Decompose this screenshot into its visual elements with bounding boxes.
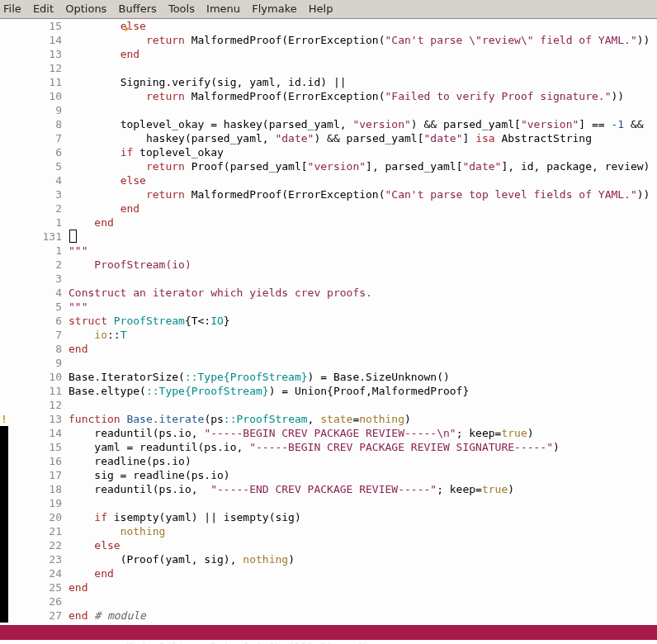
code-line[interactable]: 14 return MalformedProof(ErrorException(…	[0, 33, 657, 47]
code-content[interactable]: if isempty(yaml) || isempty(sig)	[69, 510, 657, 524]
code-line[interactable]: 15 else	[0, 19, 657, 33]
code-line[interactable]: 26	[0, 594, 657, 608]
code-content[interactable]: end	[69, 215, 657, 230]
code-line[interactable]: 27end # module	[0, 608, 657, 623]
code-content[interactable]: io::T	[69, 328, 657, 342]
code-line[interactable]: 11Base.eltype(::Type{ProofStream}) = Uni…	[0, 384, 657, 398]
code-content[interactable]: end	[69, 201, 657, 215]
code-line[interactable]: 19	[0, 496, 657, 510]
code-line[interactable]: 4Construct an iterator which yields crev…	[0, 286, 657, 300]
menu-edit[interactable]: Edit	[33, 2, 54, 15]
code-line[interactable]: 5 return Proof(parsed_yaml["version"], p…	[0, 159, 657, 173]
code-line[interactable]: 3	[0, 272, 657, 286]
code-content[interactable]	[69, 496, 657, 510]
code-content[interactable]: else	[69, 538, 657, 552]
code-content[interactable]	[69, 61, 657, 75]
code-content[interactable]: else	[69, 173, 657, 187]
menu-file[interactable]: File	[3, 2, 21, 15]
code-line[interactable]: 1"""	[0, 244, 657, 258]
code-line[interactable]: 7 io::T	[0, 328, 657, 342]
code-line[interactable]: 8end	[0, 342, 657, 356]
line-number: 19	[8, 496, 69, 510]
code-content[interactable]: """	[69, 300, 657, 314]
code-content[interactable]: end # module	[69, 608, 657, 623]
code-content[interactable]	[69, 594, 657, 608]
code-content[interactable]: yaml = readuntil(ps.io, "-----BEGIN CREV…	[69, 440, 657, 454]
code-content[interactable]: return MalformedProof(ErrorException("Ca…	[69, 33, 657, 47]
code-content[interactable]	[69, 230, 657, 244]
menu-bar[interactable]: File Edit Options Buffers Tools Imenu Fl…	[0, 0, 657, 19]
code-content[interactable]: return MalformedProof(ErrorException("Fa…	[69, 89, 657, 103]
code-content[interactable]: function Base.iterate(ps::ProofStream, s…	[69, 412, 657, 426]
code-content[interactable]: else	[69, 19, 657, 33]
menu-imenu[interactable]: Imenu	[206, 2, 240, 15]
code-content[interactable]: Base.eltype(::Type{ProofStream}) = Union…	[69, 384, 657, 398]
code-content[interactable]	[69, 103, 657, 117]
code-content[interactable]: readuntil(ps.io, "-----END CREV PACKAGE …	[69, 482, 657, 496]
code-line[interactable]: 24 end	[0, 566, 657, 580]
code-line[interactable]: 1 end	[0, 215, 657, 230]
code-content[interactable]: end	[69, 566, 657, 580]
code-content[interactable]: Base.IteratorSize(::Type{ProofStream}) =…	[69, 370, 657, 384]
code-line[interactable]: 11 Signing.verify(sig, yaml, id.id) ||	[0, 75, 657, 89]
code-content[interactable]: end	[69, 580, 657, 594]
code-line[interactable]: 6struct ProofStream{T<:IO}	[0, 314, 657, 328]
code-line[interactable]: 2 end	[0, 201, 657, 215]
code-line[interactable]: 5"""	[0, 300, 657, 314]
line-number: 12	[8, 398, 69, 412]
code-content[interactable]: if toplevel_okay	[69, 145, 657, 159]
menu-tools[interactable]: Tools	[168, 2, 195, 15]
code-content[interactable]: return MalformedProof(ErrorException("Ca…	[69, 187, 657, 201]
code-line[interactable]: 25end	[0, 580, 657, 594]
code-content[interactable]: sig = readline(ps.io)	[69, 468, 657, 482]
menu-buffers[interactable]: Buffers	[119, 2, 157, 15]
mode-line[interactable]: --- Crev.jl Mode:Julia Bot of 4.6k (131,…	[0, 625, 657, 640]
code-line[interactable]: 16 readline(ps.io)	[0, 454, 657, 468]
code-content[interactable]: haskey(parsed_yaml, "date") && parsed_ya…	[69, 131, 657, 145]
code-content[interactable]: readline(ps.io)	[69, 454, 657, 468]
code-line[interactable]: 10Base.IteratorSize(::Type{ProofStream})…	[0, 370, 657, 384]
code-line[interactable]: 6 if toplevel_okay	[0, 145, 657, 159]
code-content[interactable]: Signing.verify(sig, yaml, id.id) ||	[69, 75, 657, 89]
code-line[interactable]: 9	[0, 103, 657, 117]
code-line[interactable]: 17 sig = readline(ps.io)	[0, 468, 657, 482]
code-line[interactable]: 21 nothing	[0, 524, 657, 538]
code-line[interactable]: !13function Base.iterate(ps::ProofStream…	[0, 412, 657, 426]
code-line[interactable]: 3 return MalformedProof(ErrorException("…	[0, 187, 657, 201]
code-line[interactable]: 13 end	[0, 47, 657, 61]
code-line[interactable]: 12	[0, 61, 657, 75]
code-content[interactable]	[69, 272, 657, 286]
code-line[interactable]: 2 ProofStream(io)	[0, 258, 657, 272]
editor-area[interactable]: ➤ 15 else14 return MalformedProof(ErrorE…	[0, 19, 657, 625]
code-content[interactable]: """	[69, 244, 657, 258]
code-content[interactable]: Construct an iterator which yields crev …	[69, 286, 657, 300]
code-content[interactable]	[69, 398, 657, 412]
code-line[interactable]: 4 else	[0, 173, 657, 187]
menu-options[interactable]: Options	[65, 2, 106, 15]
code-line[interactable]: 23 (Proof(yaml, sig), nothing)	[0, 552, 657, 566]
code-line[interactable]: 22 else	[0, 538, 657, 552]
menu-flymake[interactable]: Flymake	[252, 2, 296, 15]
code-content[interactable]: end	[69, 47, 657, 61]
code-content[interactable]: nothing	[69, 524, 657, 538]
code-line[interactable]: 14 readuntil(ps.io, "-----BEGIN CREV PAC…	[0, 426, 657, 440]
line-number: 22	[8, 538, 69, 552]
code-content[interactable]: readuntil(ps.io, "-----BEGIN CREV PACKAG…	[69, 426, 657, 440]
code-line[interactable]: 18 readuntil(ps.io, "-----END CREV PACKA…	[0, 482, 657, 496]
code-content[interactable]: struct ProofStream{T<:IO}	[69, 314, 657, 328]
code-content[interactable]: (Proof(yaml, sig), nothing)	[69, 552, 657, 566]
code-line[interactable]: 7 haskey(parsed_yaml, "date") && parsed_…	[0, 131, 657, 145]
code-line[interactable]: 8 toplevel_okay = haskey(parsed_yaml, "v…	[0, 117, 657, 131]
code-line[interactable]: 10 return MalformedProof(ErrorException(…	[0, 89, 657, 103]
code-content[interactable]: return Proof(parsed_yaml["version"], par…	[69, 159, 657, 173]
code-content[interactable]: toplevel_okay = haskey(parsed_yaml, "ver…	[69, 117, 657, 131]
code-line[interactable]: 131	[0, 230, 657, 244]
code-line[interactable]: 20 if isempty(yaml) || isempty(sig)	[0, 510, 657, 524]
code-line[interactable]: 9	[0, 356, 657, 370]
code-line[interactable]: 12	[0, 398, 657, 412]
code-content[interactable]	[69, 356, 657, 370]
code-line[interactable]: 15 yaml = readuntil(ps.io, "-----BEGIN C…	[0, 440, 657, 454]
menu-help[interactable]: Help	[309, 2, 333, 15]
code-content[interactable]: end	[69, 342, 657, 356]
code-content[interactable]: ProofStream(io)	[69, 258, 657, 272]
